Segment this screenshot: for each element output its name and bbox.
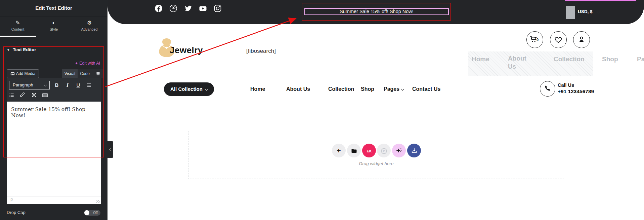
visual-tab[interactable]: Visual (62, 69, 78, 78)
panel-title: Edit Text Editor (0, 0, 108, 16)
section-collapse-caret-icon[interactable]: ▾ (7, 48, 9, 52)
link-icon (20, 93, 26, 98)
wishlist-button[interactable] (550, 31, 567, 48)
chevron-down-icon (205, 87, 208, 91)
youtube-icon[interactable] (199, 4, 207, 12)
add-media-button[interactable]: Add Media (7, 69, 39, 78)
phone-number[interactable]: +91 123456789 (558, 88, 594, 95)
add-media-label: Add Media (16, 71, 35, 76)
nav-link-pages-label: Pages (384, 86, 399, 92)
paragraph-format-value: Paragraph (13, 82, 33, 87)
ghost-nav-shop: Shop (602, 56, 618, 63)
ghost-nav-collection: Collection (554, 56, 585, 63)
currency-selector[interactable]: USD, $ (578, 9, 593, 14)
stack-icon (96, 71, 100, 76)
elementor-editor: Edit Text Editor ✎ Content ◐ Style ⚙ Adv… (0, 0, 644, 220)
edit-with-ai-button[interactable]: ✦Edit with AI (0, 61, 100, 66)
cart-count-badge: 0 (536, 38, 539, 42)
edit-with-ai-label: Edit with AI (79, 61, 100, 66)
ai-sparkles-icon (395, 147, 403, 155)
all-collection-button[interactable]: All Collection (164, 82, 214, 96)
chevron-down-icon (44, 83, 47, 87)
plugin-p-button[interactable]: P (377, 144, 391, 157)
site-logo[interactable]: Jewelry (158, 38, 235, 59)
facebook-icon[interactable] (155, 4, 163, 12)
header-divider (108, 80, 644, 80)
add-widget-button[interactable]: + (332, 144, 346, 157)
tab-style[interactable]: ◐ Style (36, 16, 72, 36)
currency-flag-placeholder (566, 6, 575, 19)
twitter-icon[interactable] (184, 4, 192, 12)
tab-advanced[interactable]: ⚙ Advanced (72, 16, 107, 36)
ai-builder-button[interactable] (392, 144, 406, 157)
tab-advanced-label: Advanced (81, 27, 98, 31)
ghost-nav-drop-zone (468, 51, 593, 76)
contrast-icon: ◐ (36, 20, 72, 26)
kitchen-sink-tab[interactable] (92, 69, 104, 78)
tab-content[interactable]: ✎ Content (0, 16, 36, 36)
gear-icon: ⚙ (72, 20, 107, 26)
drop-cap-toggle[interactable]: Off (84, 210, 100, 216)
folder-icon (351, 148, 357, 154)
call-button[interactable] (540, 81, 555, 97)
code-tab[interactable]: Code (78, 69, 92, 78)
toggle-knob (84, 210, 89, 215)
elementskit-icon: EK (366, 147, 373, 155)
call-us-label: Call Us (558, 82, 574, 88)
phone-icon (544, 85, 551, 92)
tab-content-label: Content (11, 27, 25, 31)
fullscreen-button[interactable] (30, 91, 38, 100)
editor-statusbar: P (7, 196, 101, 204)
nav-link-pages[interactable]: Pages (384, 86, 404, 92)
element-path: P (10, 198, 13, 203)
cart-button[interactable]: 0 (526, 31, 543, 48)
drop-cap-label: Drop Cap (7, 210, 26, 215)
download-icon (411, 148, 418, 154)
tab-style-label: Style (50, 27, 58, 31)
elementskit-button[interactable]: EK (362, 144, 376, 157)
bold-button[interactable]: B (52, 81, 61, 89)
top-bar-section: Summer Sale 15% off! Shop Now! USD, $ (108, 0, 644, 24)
template-library-button[interactable] (347, 144, 361, 157)
italic-button[interactable]: I (63, 81, 72, 89)
pinterest-icon[interactable] (169, 4, 177, 12)
chevron-left-icon (109, 148, 113, 151)
section-title: Text Editor (13, 47, 36, 52)
account-button[interactable] (573, 31, 590, 48)
numbered-list-button[interactable] (7, 91, 16, 100)
link-button[interactable] (18, 91, 27, 100)
ghost-nav-pages: Pages (637, 56, 644, 63)
ghost-nav-about-us: About Us (508, 54, 529, 71)
ai-sparkle-icon: ✦ (75, 61, 78, 65)
text-editor-canvas[interactable]: Summer Sale 15% off! Shop Now! (7, 102, 101, 196)
bullet-list-icon (86, 82, 92, 88)
nav-link-home[interactable]: Home (250, 86, 265, 92)
elementor-panel: Edit Text Editor ✎ Content ◐ Style ⚙ Adv… (0, 0, 108, 220)
keyboard-button[interactable] (41, 91, 49, 100)
page-preview: Summer Sale 15% off! Shop Now! USD, $ Je… (108, 0, 644, 220)
panel-collapse-button[interactable] (108, 141, 113, 158)
bullet-list-button[interactable] (85, 81, 93, 89)
media-icon (10, 72, 15, 76)
nav-link-collection[interactable]: Collection (328, 86, 354, 92)
heart-icon (554, 36, 562, 44)
import-template-button[interactable] (407, 144, 421, 157)
editor-paragraph[interactable]: Summer Sale 15% off! Shop Now! (11, 106, 97, 118)
nav-link-about-us[interactable]: About Us (286, 86, 310, 92)
banner-text-widget[interactable]: Summer Sale 15% off! Shop Now! (304, 8, 449, 15)
svg-text:P: P (383, 149, 385, 153)
nav-link-shop[interactable]: Shop (361, 86, 374, 92)
instagram-icon[interactable] (214, 4, 222, 12)
fibosearch-shortcode: [fibosearch] (246, 48, 276, 54)
pencil-icon: ✎ (0, 20, 36, 26)
ghost-nav-home: Home (472, 56, 489, 63)
nav-link-contact-us[interactable]: Contact Us (412, 86, 440, 92)
section-drop-area[interactable] (188, 131, 564, 179)
drag-widget-hint: Drag widget here (339, 161, 413, 166)
chevron-down-icon (401, 87, 404, 91)
section-hover-outline (565, 0, 636, 1)
resize-grip[interactable] (96, 200, 100, 203)
chevron-down-icon[interactable] (597, 10, 600, 13)
underline-button[interactable]: U (74, 81, 83, 89)
paragraph-format-select[interactable]: Paragraph (9, 81, 50, 89)
